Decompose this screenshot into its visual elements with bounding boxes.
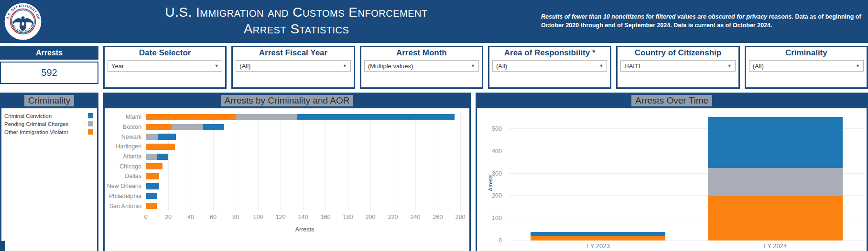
dropdown-caret-icon: ▼ bbox=[343, 63, 347, 68]
bar-segment-pending-criminal-charges[interactable] bbox=[172, 124, 203, 130]
legend-swatch bbox=[88, 129, 93, 135]
filter-dropdown-date-selector[interactable]: Year▼ bbox=[108, 60, 222, 72]
dropdown-caret-icon: ▼ bbox=[214, 63, 218, 68]
legend-item-pending-criminal-charges[interactable]: Pending Criminal Charges bbox=[1, 120, 97, 128]
dropdown-caret-icon: ▼ bbox=[599, 63, 603, 68]
bar-segment-pending-criminal-charges[interactable] bbox=[146, 134, 158, 140]
page-title-line1: U.S. Immigration and Customs Enforcement bbox=[143, 4, 449, 21]
x-tick-label: 180 bbox=[343, 214, 353, 220]
legend-title: Criminality bbox=[24, 95, 75, 106]
bar-segment-other-immigration-violator[interactable] bbox=[708, 196, 843, 241]
aor-x-axis: 020406080100120140160180200220240260280 bbox=[146, 214, 464, 221]
legend-item-label: Pending Criminal Charges bbox=[4, 121, 68, 127]
aor-bar-san-antonio bbox=[146, 203, 464, 209]
x-tick-label: 80 bbox=[232, 214, 239, 220]
bar-segment-other-immigration-violator[interactable] bbox=[146, 114, 236, 120]
aor-row-san-antonio: San Antonio bbox=[105, 201, 469, 211]
y-tick-label: 300 bbox=[492, 170, 502, 177]
legend-titlebar: Criminality bbox=[1, 93, 97, 108]
legend-swatch bbox=[88, 121, 93, 126]
bar-segment-criminal-conviction[interactable] bbox=[203, 124, 225, 130]
filter-selected-value: (All) bbox=[239, 63, 250, 70]
filter-dropdown-area-of-responsibility[interactable]: (All)▼ bbox=[492, 60, 607, 72]
y-tick-label: 0 bbox=[499, 237, 502, 244]
x-tick-label: 60 bbox=[210, 214, 217, 220]
legend-item-label: Other Immigration Violator bbox=[4, 129, 68, 135]
aor-bar-boston bbox=[146, 124, 464, 130]
bar-segment-pending-criminal-charges[interactable] bbox=[236, 114, 297, 120]
y-tick-label: 200 bbox=[492, 192, 502, 199]
time-chart-titlebar: Arrests Over Time bbox=[477, 93, 867, 108]
fy-bar-fy-2024[interactable] bbox=[708, 117, 843, 241]
aor-row-harlingen: Harlingen bbox=[105, 142, 469, 152]
bar-segment-criminal-conviction[interactable] bbox=[146, 183, 159, 189]
dropdown-caret-icon: ▼ bbox=[856, 63, 860, 68]
aor-row-chicago: Chicago bbox=[105, 161, 469, 171]
x-tick-label: 220 bbox=[388, 214, 398, 220]
bar-segment-other-immigration-violator[interactable] bbox=[146, 124, 172, 130]
filter-dropdown-criminality[interactable]: (All)▼ bbox=[749, 60, 864, 72]
category-label-fy-2023: FY 2023 bbox=[586, 242, 610, 250]
bar-segment-criminal-conviction[interactable] bbox=[157, 154, 168, 160]
legend-item-criminal-conviction[interactable]: Criminal Conviction bbox=[1, 112, 97, 120]
dropdown-caret-icon: ▼ bbox=[727, 63, 732, 68]
time-plot-area bbox=[510, 115, 864, 241]
dhs-seal-logo: U.S. DEPARTMENT OF HOMELAND SECURITY bbox=[4, 2, 42, 41]
y-tick-label: 100 bbox=[492, 215, 502, 221]
filter-area-of-responsibility: Area of Responsibility *(All)▼ bbox=[488, 46, 611, 89]
aor-chart-title: Arrests by Criminality and AOR bbox=[221, 95, 354, 106]
bar-segment-other-immigration-violator[interactable] bbox=[531, 236, 665, 241]
arrests-summary-panel: Arrests 592 bbox=[0, 46, 98, 89]
bar-segment-pending-criminal-charges[interactable] bbox=[708, 168, 843, 196]
ice-arrest-dashboard: U.S. DEPARTMENT OF HOMELAND SECURITY U.S… bbox=[0, 0, 868, 251]
x-tick-label: 0 bbox=[144, 214, 148, 220]
bar-segment-other-immigration-violator[interactable] bbox=[146, 144, 175, 150]
aor-chart-body: MiamiBostonNewarkHarlingenAtlantaChicago… bbox=[105, 108, 469, 251]
aor-row-miami: Miami bbox=[105, 112, 469, 122]
time-chart-panel: Arrests Over Time 0100200300400500Arrest… bbox=[476, 93, 868, 251]
filter-dropdown-arrest-month[interactable]: (Multiple values)▼ bbox=[364, 60, 479, 72]
bar-segment-criminal-conviction[interactable] bbox=[297, 114, 455, 120]
x-tick-label: 20 bbox=[165, 214, 172, 220]
filter-selected-value: (Multiple values) bbox=[368, 63, 413, 70]
aor-rows: MiamiBostonNewarkHarlingenAtlantaChicago… bbox=[105, 112, 469, 211]
legend-item-other-immigration-violator[interactable]: Other Immigration Violator bbox=[1, 128, 97, 136]
aor-bar-chicago bbox=[146, 163, 464, 169]
filter-title: Arrest Month bbox=[361, 48, 482, 58]
bar-segment-other-immigration-violator[interactable] bbox=[146, 163, 163, 169]
bar-segment-pending-criminal-charges[interactable] bbox=[146, 154, 157, 160]
aor-bar-dallas bbox=[146, 173, 464, 179]
arrests-count-value: 592 bbox=[41, 67, 57, 78]
fy-bar-fy-2023[interactable] bbox=[531, 232, 665, 241]
filter-title: Arrest Fiscal Year bbox=[233, 48, 353, 58]
bar-segment-other-immigration-violator[interactable] bbox=[146, 173, 159, 179]
privacy-disclaimer: Results of fewer than 10 noncitizens for… bbox=[541, 12, 862, 30]
header-banner: U.S. DEPARTMENT OF HOMELAND SECURITY U.S… bbox=[0, 0, 868, 43]
aor-row-new-orleans: New Orleans bbox=[105, 181, 469, 191]
time-y-axis-title: Arrests bbox=[488, 168, 493, 197]
page-title: U.S. Immigration and Customs Enforcement… bbox=[143, 4, 449, 37]
filter-selected-value: (All) bbox=[496, 63, 507, 70]
aor-row-label: San Antonio bbox=[105, 203, 146, 209]
x-tick-label: 280 bbox=[456, 214, 466, 220]
aor-chart-titlebar: Arrests by Criminality and AOR bbox=[105, 93, 469, 108]
aor-bar-atlanta bbox=[146, 154, 464, 160]
category-label-fy-2024: FY 2024 bbox=[763, 242, 787, 250]
bar-segment-other-immigration-violator[interactable] bbox=[146, 203, 157, 209]
filter-dropdown-country-of-citizenship[interactable]: HAITI▼ bbox=[620, 60, 735, 72]
bar-segment-criminal-conviction[interactable] bbox=[708, 117, 843, 168]
bar-segment-criminal-conviction[interactable] bbox=[158, 134, 176, 140]
arrests-count: 592 bbox=[0, 62, 98, 84]
x-tick-label: 120 bbox=[276, 214, 286, 220]
bar-segment-criminal-conviction[interactable] bbox=[531, 232, 665, 236]
y-tick-label: 400 bbox=[492, 148, 502, 155]
aor-row-label: Miami bbox=[105, 114, 146, 120]
page-title-line2: Arrest Statistics bbox=[143, 21, 449, 37]
aor-bar-miami bbox=[146, 114, 464, 120]
bar-segment-criminal-conviction[interactable] bbox=[146, 193, 157, 199]
filter-dropdown-arrest-fiscal-year[interactable]: (All)▼ bbox=[236, 60, 350, 72]
legend-items: Criminal ConvictionPending Criminal Char… bbox=[1, 112, 97, 136]
time-chart-title: Arrests Over Time bbox=[631, 95, 712, 106]
aor-row-label: Atlanta bbox=[105, 153, 146, 160]
aor-row-label: New Orleans bbox=[105, 183, 146, 189]
